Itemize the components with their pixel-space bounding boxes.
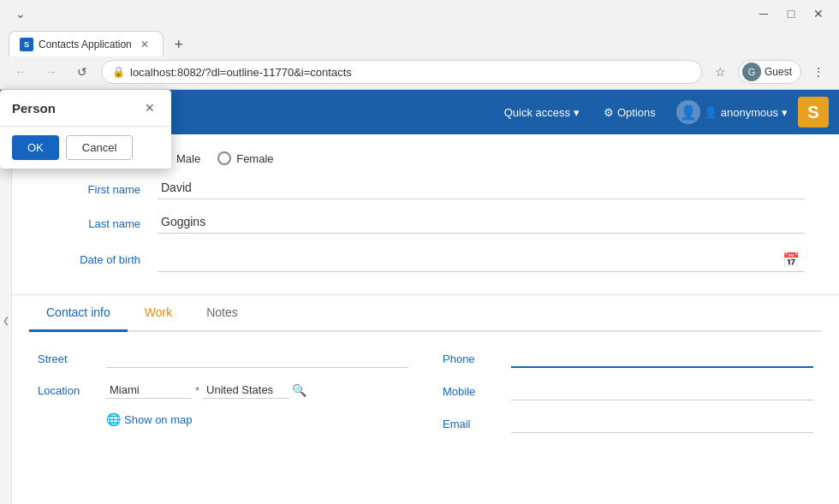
person-icon-small: 👤: [704, 106, 717, 119]
contact-right-column: Phone Mobile Email: [443, 349, 813, 447]
anonymous-chevron-icon: ▾: [782, 106, 788, 119]
female-radio-circle: [217, 151, 231, 165]
user-label: Guest: [765, 66, 792, 78]
tab-title: Contacts Application: [39, 39, 132, 50]
lock-icon: 🔒: [112, 66, 125, 78]
quick-access-chevron-icon: ▾: [574, 106, 580, 119]
tab-work[interactable]: Work: [128, 295, 189, 332]
tab-notes[interactable]: Notes: [189, 295, 255, 332]
app-header: Person ✕ OK Cancel Quick access ▾ ⚙ Opti…: [0, 90, 839, 134]
reload-button[interactable]: ↺: [70, 60, 94, 84]
url-text: localhost:8082/?dl=outline-11770&i=conta…: [130, 66, 352, 79]
browser-menu-button[interactable]: ⋮: [806, 60, 830, 84]
dob-label: Date of birth: [46, 253, 140, 266]
show-on-map-link[interactable]: 🌐 Show on map: [106, 412, 408, 426]
quick-access-button[interactable]: Quick access ▾: [494, 101, 590, 124]
collapse-arrow-icon: ❮: [3, 316, 9, 325]
address-bar-right: ☆ G Guest ⋮: [709, 60, 830, 84]
title-bar-left: ⌄: [9, 2, 33, 26]
email-input[interactable]: [511, 414, 813, 433]
country-input[interactable]: [203, 382, 289, 399]
person-dialog-title: Person: [12, 101, 56, 116]
contact-info-panel: Street Location * 🔍: [29, 349, 822, 447]
mobile-row: Mobile: [443, 382, 813, 400]
cancel-button[interactable]: Cancel: [66, 135, 133, 160]
female-radio[interactable]: Female: [217, 151, 273, 165]
main-content: ❮ Gender Male Female: [0, 134, 839, 504]
tab-favicon: S: [20, 38, 33, 51]
globe-icon: 🌐: [106, 412, 121, 426]
male-label: Male: [176, 152, 200, 165]
street-label: Street: [38, 353, 98, 365]
firstname-label: First name: [46, 183, 140, 196]
location-inputs: * 🔍: [106, 382, 408, 399]
quick-access-label: Quick access: [504, 106, 570, 119]
title-bar-controls: ─ □ ✕: [752, 2, 830, 26]
url-bar[interactable]: 🔒 localhost:8082/?dl=outline-11770&i=con…: [101, 60, 702, 84]
phone-label: Phone: [443, 353, 503, 365]
tabs-section: Contact info Work Notes Street Location: [12, 295, 839, 447]
phone-row: Phone: [443, 349, 813, 368]
minimize-button[interactable]: ─: [752, 2, 776, 26]
street-input[interactable]: [106, 349, 408, 368]
street-row: Street: [38, 349, 408, 368]
title-bar: ⌄ ─ □ ✕: [0, 0, 839, 27]
firstname-row: First name David: [46, 179, 805, 199]
tabs-bar: S Contacts Application ✕ +: [0, 27, 839, 56]
city-input[interactable]: [106, 382, 192, 399]
female-label: Female: [236, 152, 273, 165]
mobile-input[interactable]: [511, 382, 813, 400]
back-button[interactable]: ←: [9, 60, 33, 84]
bookmark-icon[interactable]: ☆: [709, 60, 733, 84]
contact-left-column: Street Location * 🔍: [38, 349, 408, 447]
firstname-field[interactable]: David: [158, 179, 805, 199]
user-account-button[interactable]: 👤 👤 anonymous ▾: [669, 97, 794, 127]
lastname-row: Last name Goggins: [46, 213, 805, 234]
maximize-button[interactable]: □: [779, 2, 803, 26]
dob-field[interactable]: 📅: [158, 247, 805, 272]
person-dialog: Person ✕ OK Cancel: [0, 90, 171, 169]
user-avatar: G: [742, 62, 761, 81]
ok-button[interactable]: OK: [12, 135, 59, 160]
lastname-field[interactable]: Goggins: [158, 213, 805, 234]
forward-button[interactable]: →: [39, 60, 63, 84]
options-label: Options: [617, 106, 656, 119]
sidebar-collapse-button[interactable]: ❮: [0, 134, 12, 504]
show-on-map-label: Show on map: [124, 413, 193, 426]
anonymous-label: anonymous: [721, 106, 778, 119]
tab-navigation: Contact info Work Notes: [29, 295, 822, 332]
form-area: Gender Male Female First name: [12, 134, 839, 504]
app-header-right: Quick access ▾ ⚙ Options 👤 👤 anonymous ▾…: [494, 97, 829, 127]
gear-icon: ⚙: [604, 106, 614, 119]
user-menu[interactable]: G Guest: [738, 60, 801, 84]
address-bar: ← → ↺ 🔒 localhost:8082/?dl=outline-11770…: [0, 56, 839, 89]
location-row: Location * 🔍: [38, 382, 408, 399]
mobile-label: Mobile: [443, 385, 503, 398]
tab-contact-info[interactable]: Contact info: [29, 295, 128, 332]
person-dialog-body: OK Cancel: [0, 127, 171, 169]
email-label: Email: [443, 418, 503, 430]
person-dialog-close-button[interactable]: ✕: [140, 98, 159, 117]
options-button[interactable]: ⚙ Options: [593, 101, 666, 124]
location-search-icon[interactable]: 🔍: [292, 383, 306, 397]
dob-row: Date of birth 📅: [46, 247, 805, 272]
lastname-label: Last name: [46, 217, 140, 230]
person-dialog-header: Person ✕: [0, 90, 171, 127]
person-icon: 👤: [680, 104, 697, 121]
user-circle-icon: 👤: [676, 100, 700, 124]
browser-tab-active[interactable]: S Contacts Application ✕: [9, 31, 164, 56]
phone-input[interactable]: [511, 349, 813, 368]
location-separator: *: [195, 384, 199, 397]
chevron-down-icon[interactable]: ⌄: [9, 2, 33, 26]
browser-chrome: ⌄ ─ □ ✕ S Contacts Application ✕ + ← → ↺…: [0, 0, 839, 90]
tab-close-button[interactable]: ✕: [137, 37, 152, 52]
close-button[interactable]: ✕: [806, 2, 830, 26]
calendar-icon[interactable]: 📅: [781, 249, 801, 270]
person-dialog-buttons: OK Cancel: [12, 135, 159, 160]
app-logo: S: [798, 97, 829, 127]
email-row: Email: [443, 414, 813, 433]
gender-radio-group: Male Female: [158, 151, 274, 165]
location-label: Location: [38, 384, 98, 397]
new-tab-button[interactable]: +: [167, 33, 191, 56]
